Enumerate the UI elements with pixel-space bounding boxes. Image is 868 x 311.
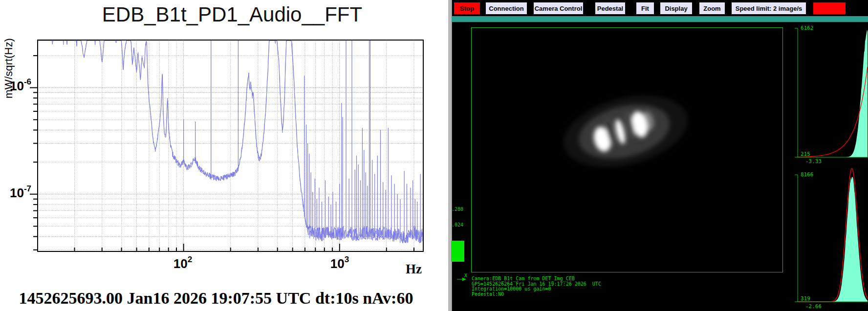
readout-value-1: .280	[452, 207, 463, 212]
status-line-pedestal: Pedestal:NO	[472, 292, 601, 297]
panel-divider	[448, 0, 452, 311]
hist-top-x-label: -3.33	[805, 158, 822, 165]
stop-button[interactable]: Stop	[454, 2, 480, 14]
x-axis-unit: Hz	[406, 262, 422, 277]
display-button[interactable]: Display	[660, 2, 692, 14]
camera-status-block: Camera:EDB_B1t_Cam from DET_Img_CEB GPS=…	[472, 276, 601, 297]
status-indicator-red	[813, 2, 846, 14]
fft-plot-panel: EDB_B1t_PD1_Audio__FFT mW/sqrt(Hz) 10-6 …	[0, 0, 448, 311]
status-line-integration: Integration=10000 us gain=0	[472, 287, 601, 292]
pedestal-button[interactable]: Pedestal	[595, 2, 625, 14]
exposure-indicator-block	[451, 241, 464, 262]
toolbar: Stop Connection Camera Control Pedestal …	[448, 0, 868, 16]
hist-top-max-label: 6162	[801, 25, 814, 31]
toolbar-underline-bar	[452, 16, 868, 22]
status-line-camera: Camera:EDB_B1t_Cam from DET_Img_CEB	[472, 276, 601, 282]
hist-bottom-max-label: 8166	[801, 171, 814, 178]
hist-bottom-x-label: -2.66	[805, 303, 822, 310]
y-tick-label-1e-6: 10-6	[3, 78, 31, 94]
camera-control-button[interactable]: Camera Control	[534, 2, 583, 14]
y-tick-label-1e-7: 10-7	[3, 185, 31, 201]
image-x-axis-label: X	[464, 273, 467, 279]
fit-button[interactable]: Fit	[636, 2, 654, 14]
speed-limit-button[interactable]: Speed limit: 2 image/s	[732, 2, 806, 14]
zoom-button[interactable]: Zoom	[699, 2, 725, 14]
hist-top-min-label: 215	[801, 151, 810, 157]
readout-value-2: .024	[452, 223, 463, 228]
camera-viewer-panel: Stop Connection Camera Control Pedestal …	[448, 0, 868, 311]
beam-spot-image	[472, 28, 782, 272]
fft-plot-canvas	[0, 0, 448, 311]
connection-button[interactable]: Connection	[486, 2, 527, 14]
x-tick-label-100: 102	[174, 256, 192, 271]
x-tick-label-1000: 103	[330, 256, 349, 271]
camera-image-frame	[471, 27, 783, 272]
app-window: EDB_B1t_PD1_Audio__FFT mW/sqrt(Hz) 10-6 …	[0, 0, 868, 311]
hist-bottom-min-label: 319	[801, 295, 810, 302]
timestamp-annotation: 1452625693.00 Jan16 2026 19:07:55 UTC dt…	[19, 289, 413, 308]
